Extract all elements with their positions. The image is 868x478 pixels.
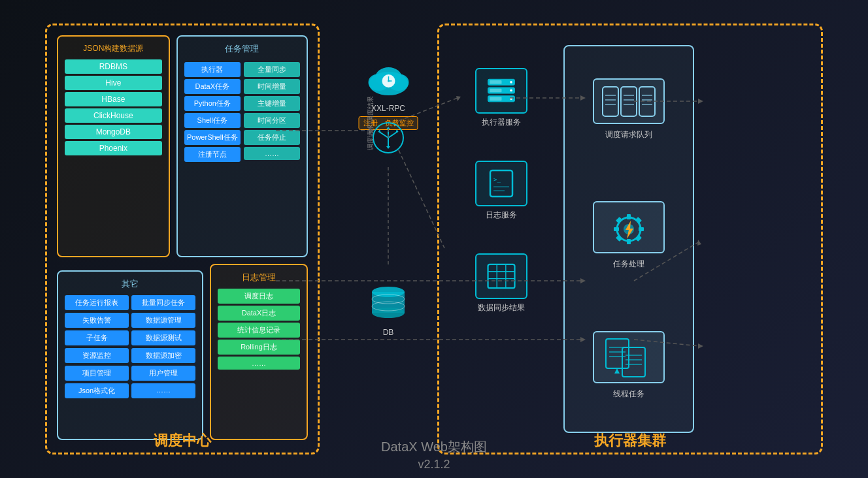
svg-rect-33 [490, 170, 512, 197]
others-title: 其它 [65, 278, 195, 290]
svg-marker-16 [386, 127, 390, 129]
svg-rect-43 [621, 87, 637, 116]
svg-marker-73 [614, 368, 620, 374]
task-datax: DataX任务 [184, 79, 241, 94]
dispatch-queue-label: 调度请求队列 [605, 129, 652, 140]
other-ds-encrypt: 数据源加密 [131, 348, 195, 363]
log-stat: 统计信息记录 [218, 323, 300, 338]
dispatch-queue: 调度请求队列 [571, 78, 686, 140]
other-json-fmt: Json格式化 [65, 383, 129, 398]
svg-rect-62 [616, 235, 622, 242]
thread-task-label: 线程任务 [613, 389, 644, 400]
log-service-icon: >_ [475, 161, 527, 206]
other-subtask: 子任务 [65, 330, 129, 345]
task-time-inc: 时间增量 [244, 79, 300, 94]
dispatch-queue-icon [593, 78, 665, 124]
ds-phoenix: Phoenix [65, 141, 162, 155]
json-datasource-title: JSON构建数据源 [65, 43, 162, 54]
thread-task: 线程任务 [571, 331, 686, 400]
svg-marker-64 [626, 221, 633, 239]
svg-rect-61 [635, 217, 642, 223]
other-run-report: 任务运行报表 [65, 295, 129, 310]
data-sync-icon [475, 253, 527, 299]
task-more: …… [244, 147, 300, 160]
task-register: 注册节点 [184, 147, 241, 162]
ds-clickhouse: ClickHouse [65, 108, 162, 123]
middle-section: XXL-RPC 注册、负载监控 [339, 24, 437, 454]
svg-point-7 [388, 80, 390, 82]
cloud-icon [365, 63, 411, 99]
svg-rect-69 [622, 347, 645, 377]
svg-point-28 [510, 89, 512, 92]
log-schedule: 调度日志 [218, 289, 300, 304]
task-cols: 执行器 DataX任务 Python任务 Shell任务 PowerShell任… [184, 60, 300, 164]
executor-cluster: 执行器服务 >_ 日志服务 [437, 24, 823, 454]
svg-rect-59 [639, 227, 644, 231]
page-title: DataX Web架构图 [381, 438, 487, 456]
svg-rect-30 [490, 80, 501, 84]
task-col-left: 执行器 DataX任务 Python任务 Shell任务 PowerShell任… [184, 60, 241, 164]
svg-point-29 [510, 97, 512, 100]
table-icon [485, 260, 518, 293]
executor-service: 执行器服务 [449, 68, 554, 128]
json-datasource-box: JSON构建数据源 RDBMS Hive HBase ClickHouse Mo… [57, 35, 170, 257]
svg-rect-44 [639, 87, 655, 116]
terminal-icon: >_ [485, 167, 518, 200]
task-process: 任务处理 [571, 201, 686, 270]
gear-lightning-icon [606, 206, 652, 249]
db-icon [365, 279, 411, 325]
other-more: …… [131, 383, 195, 398]
other-user-mgmt: 用户管理 [131, 366, 195, 381]
task-full-sync: 全量同步 [244, 62, 300, 77]
split-arrow-icon [372, 121, 405, 154]
cloud-xxl-area: XXL-RPC 注册、负载监控 [359, 63, 418, 130]
thread-task-icon [593, 331, 665, 383]
svg-rect-57 [627, 239, 631, 244]
svg-rect-58 [614, 227, 619, 231]
scheduler-label: 调度中心 [147, 428, 218, 454]
other-batch-sync: 批量同步任务 [131, 295, 195, 310]
task-shell: Shell任务 [184, 113, 241, 128]
task-process-icon [593, 201, 665, 253]
other-ds-mgmt: 数据源管理 [131, 313, 195, 328]
db-label: DB [383, 328, 394, 337]
page-version: v2.1.2 [381, 458, 487, 471]
log-mgmt-box: 日志管理 调度日志 DataX日志 统计信息记录 Rolling日志 …… [210, 264, 308, 440]
other-ds-test: 数据源测试 [131, 330, 195, 345]
ds-hive: Hive [65, 76, 162, 90]
svg-point-19 [372, 308, 405, 318]
svg-rect-65 [606, 339, 629, 368]
task-pk-inc: 主键增量 [244, 96, 300, 111]
task-col-right: 全量同步 时间增量 主键增量 时间分区 任务停止 …… [244, 60, 300, 164]
data-sync-label: 数据同步结果 [478, 302, 525, 313]
svg-marker-14 [386, 146, 390, 149]
ds-mongodb: MongoDB [65, 125, 162, 139]
queue-icon [599, 84, 658, 119]
svg-rect-63 [635, 235, 642, 242]
task-stop: 任务停止 [244, 130, 300, 145]
ds-hbase: HBase [65, 92, 162, 106]
log-rolling: Rolling日志 [218, 340, 300, 355]
db-area: DB [365, 279, 411, 337]
ds-rdbms: RDBMS [65, 59, 162, 74]
executor-service-label: 执行器服务 [482, 117, 521, 128]
task-python: Python任务 [184, 96, 241, 111]
executor-service-icon [475, 68, 527, 114]
other-res-monitor: 资源监控 [65, 348, 129, 363]
svg-rect-56 [627, 214, 631, 219]
task-powershell: PowerShell任务 [184, 130, 241, 145]
svg-rect-60 [616, 217, 622, 223]
svg-rect-32 [490, 97, 501, 101]
thread-icon [603, 336, 655, 378]
log-service-label: 日志服务 [486, 210, 517, 221]
data-sync-result: 数据同步结果 [449, 253, 554, 313]
svg-rect-37 [488, 264, 515, 288]
executor-right-col: 调度请求队列 [563, 45, 694, 433]
other-proj-mgmt: 项目管理 [65, 366, 129, 381]
others-grid: 任务运行报表 批量同步任务 失败告警 数据源管理 子任务 数据源测试 资源监控 … [65, 295, 195, 398]
others-box: 其它 任务运行报表 批量同步任务 失败告警 数据源管理 子任务 数据源测试 资源… [57, 270, 203, 440]
svg-point-27 [510, 81, 512, 84]
task-time-part: 时间分区 [244, 113, 300, 128]
executor-label: 执行器集群 [588, 428, 673, 454]
other-fail-alert: 失败告警 [65, 313, 129, 328]
